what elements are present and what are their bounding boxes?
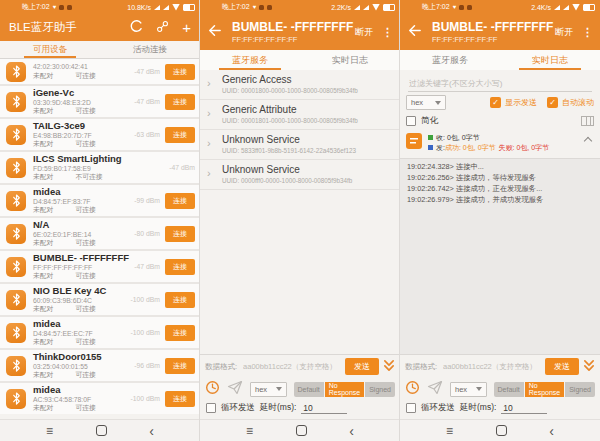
home-icon[interactable] — [496, 425, 507, 436]
chevron-down-icon — [276, 387, 282, 391]
device-row[interactable]: 42:02:30:00:42:41 未配对可连接 -47 dBm 连接 — [0, 59, 200, 84]
phone-screen-log: 晚上7:02 ♥ 2.4K/s BUMBLE- -FFFFFFFF FF:FF:… — [400, 0, 600, 441]
menu-icon[interactable]: ≡ — [446, 425, 453, 437]
disconnect-button[interactable]: 断开 — [355, 26, 373, 39]
data-format-label: 数据格式: — [205, 362, 237, 372]
status-bar: 晚上7:02 ♥ 10.8K/s — [0, 0, 200, 14]
device-row[interactable]: iGene-Vc 03:30:9D:48:E3:2D 未配对可连接 -47 dB… — [0, 86, 200, 117]
log-format-select[interactable]: hex — [406, 95, 446, 110]
mode-default-button[interactable]: Default — [494, 382, 524, 397]
refresh-icon[interactable] — [129, 19, 143, 37]
tab-services[interactable]: 蓝牙服务 — [200, 50, 300, 70]
disconnect-button[interactable]: 断开 — [555, 26, 573, 39]
filter-input[interactable] — [408, 79, 592, 91]
paper-plane-icon[interactable] — [427, 380, 443, 399]
device-row[interactable]: midea D4:84:57:EF:83:7F 未配对可连接 -99 dBm 连… — [0, 185, 200, 216]
add-icon[interactable]: + — [182, 20, 191, 35]
data-input[interactable] — [241, 361, 341, 372]
back-icon[interactable]: ‹ — [549, 424, 554, 438]
device-row[interactable]: midea D4:84:57:EE:EC:7F 未配对可连接 -100 dBm … — [0, 317, 200, 348]
menu-icon[interactable]: ≡ — [46, 425, 53, 437]
history-clock-icon[interactable] — [205, 380, 220, 399]
device-row[interactable]: midea AC:93:C4:58:78:0F 未配对可连接 -100 dBm … — [0, 383, 200, 414]
collapse-chevron-icon[interactable] — [584, 137, 592, 145]
back-icon[interactable]: ‹ — [349, 424, 354, 438]
send-button[interactable]: 发送 — [345, 358, 379, 375]
delay-input[interactable]: 10 — [301, 403, 347, 414]
connect-button[interactable]: 连接 — [165, 259, 195, 275]
back-icon[interactable]: ‹ — [149, 424, 154, 438]
mode-no-response-button[interactable]: No Response — [525, 382, 565, 397]
device-mac: 6E:02:E0:1F:BE:14 — [33, 231, 134, 239]
service-item[interactable]: › Unknown Service UUID: 5833ff01-9b8b-51… — [200, 130, 400, 160]
connect-button[interactable]: 连接 — [165, 127, 195, 143]
double-chevron-down-icon[interactable] — [383, 358, 395, 376]
mode-signed-button[interactable]: Signed — [365, 382, 395, 397]
signal-icon — [154, 5, 160, 10]
simplify-checkbox[interactable] — [406, 116, 416, 126]
service-item[interactable]: › Unknown Service UUID: 0000fff0-0000-10… — [200, 160, 400, 190]
device-row[interactable]: ILCS SmartLighting FD:59:B0:17:58:E9 未配对… — [0, 152, 200, 183]
tab-services[interactable]: 蓝牙服务 — [400, 50, 500, 70]
show-send-checkbox[interactable]: ✓ — [490, 97, 501, 108]
loop-send-checkbox[interactable] — [206, 403, 216, 413]
format-select[interactable]: hex — [250, 382, 287, 397]
loop-send-checkbox[interactable] — [406, 403, 416, 413]
history-clock-icon[interactable] — [405, 380, 420, 399]
connect-button[interactable]: 连接 — [165, 358, 195, 374]
kebab-menu-icon[interactable]: ⋮ — [382, 26, 393, 39]
services-list: › Generic Access UUID: 00001800-0000-100… — [200, 70, 400, 354]
send-button[interactable]: 发送 — [545, 358, 579, 375]
device-conn-state: 可连接 — [75, 305, 95, 312]
connect-button[interactable]: 连接 — [165, 64, 195, 80]
service-item[interactable]: › Generic Attribute UUID: 00001801-0000-… — [200, 100, 400, 130]
auto-scroll-checkbox[interactable]: ✓ — [547, 97, 558, 108]
device-row[interactable]: N/A 6E:02:E0:1F:BE:14 未配对可连接 -80 dBm 连接 — [0, 218, 200, 249]
show-send-label: 显示发送 — [505, 97, 537, 108]
home-icon[interactable] — [96, 425, 107, 436]
device-row[interactable]: BUMBLE- -FFFFFFFF FF:FF:FF:FF:FF:FF 未配对可… — [0, 251, 200, 282]
service-uuid: UUID: 0000fff0-0000-1000-8000-00805f9b34… — [222, 177, 392, 184]
auto-scroll-label: 自动滚动 — [562, 97, 594, 108]
grid-icon[interactable] — [581, 116, 594, 126]
double-chevron-down-icon[interactable] — [583, 358, 595, 376]
link-icon[interactable] — [156, 19, 169, 37]
mode-signed-button[interactable]: Signed — [565, 382, 595, 397]
device-row[interactable]: NIO BLE Key 4C 60:09:C3:9B:6D:4C 未配对可连接 … — [0, 284, 200, 315]
connect-button[interactable]: 连接 — [165, 226, 195, 242]
tab-active-connections[interactable]: 活动连接 — [100, 41, 200, 58]
device-row[interactable]: TAILG-3ce9 E4:98:BB:20:7D:7F 未配对可连接 -63 … — [0, 119, 200, 150]
service-name: Unknown Service — [222, 134, 392, 145]
delay-input[interactable]: 10 — [501, 403, 547, 414]
mode-default-button[interactable]: Default — [294, 382, 324, 397]
device-pair-state: 未配对 — [33, 173, 53, 180]
home-icon[interactable] — [296, 425, 307, 436]
device-title: BUMBLE- -FFFFFFFF — [432, 20, 553, 35]
signal-icon — [163, 5, 169, 10]
connect-button[interactable]: 连接 — [165, 94, 195, 110]
data-input[interactable] — [441, 361, 541, 372]
back-arrow-icon[interactable] — [407, 23, 422, 42]
device-row[interactable]: ThinkDoor0155 03:25:04:00:01:55 未配对可连接 -… — [0, 350, 200, 381]
connect-button[interactable]: 连接 — [165, 292, 195, 308]
bluetooth-icon — [6, 290, 26, 310]
connect-button[interactable]: 连接 — [165, 325, 195, 341]
battery-icon — [183, 4, 195, 11]
back-arrow-icon[interactable] — [207, 23, 222, 42]
kebab-menu-icon[interactable]: ⋮ — [582, 26, 593, 39]
service-item[interactable]: › Generic Access UUID: 00001800-0000-100… — [200, 70, 400, 100]
connect-button[interactable]: 连接 — [165, 391, 195, 407]
mode-no-response-button[interactable]: No Response — [325, 382, 365, 397]
menu-icon[interactable]: ≡ — [246, 425, 253, 437]
device-conn-state: 可连接 — [75, 239, 95, 246]
connect-button[interactable]: 连接 — [165, 193, 195, 209]
format-select[interactable]: hex — [450, 382, 487, 397]
paper-plane-icon[interactable] — [227, 380, 243, 399]
log-options-row: hex ✓ 显示发送 ✓ 自动滚动 — [400, 92, 600, 113]
tab-log[interactable]: 实时日志 — [500, 50, 600, 70]
tab-available-devices[interactable]: 可用设备 — [0, 41, 100, 58]
device-name: N/A — [33, 219, 134, 231]
tab-log[interactable]: 实时日志 — [300, 50, 400, 70]
filter-field — [408, 73, 592, 92]
device-rssi: -47 dBm — [134, 68, 160, 75]
